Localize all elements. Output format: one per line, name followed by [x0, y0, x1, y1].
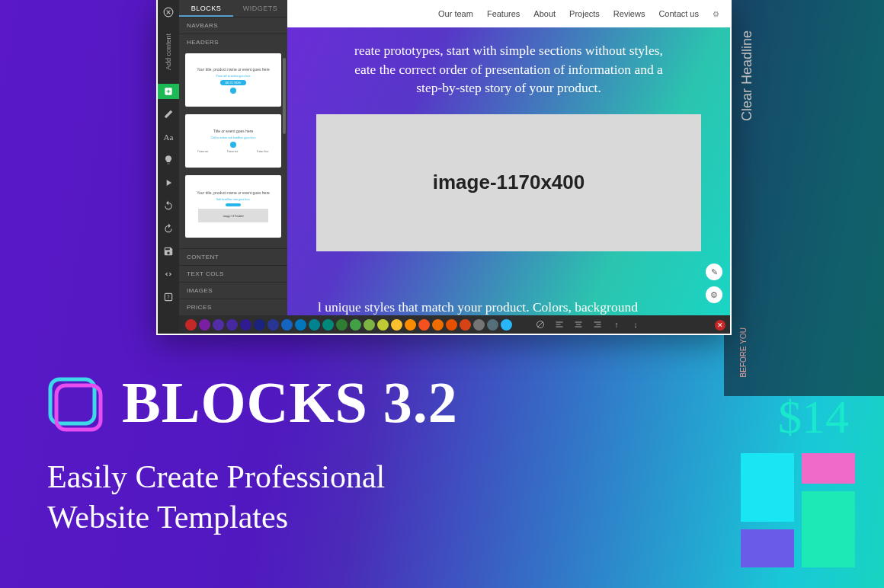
move-down-icon[interactable]: ↓ [629, 318, 642, 331]
swatch[interactable] [432, 319, 444, 331]
tile-purple [741, 529, 794, 567]
redo-icon[interactable] [161, 221, 176, 236]
product-title: BLOCKS 3.2 [122, 369, 458, 436]
block-thumb-2[interactable]: Title or event goes here Call to action … [185, 114, 281, 168]
logo-icon [44, 373, 107, 436]
hero-image-placeholder[interactable]: image-1170x400 [316, 114, 701, 251]
blocks-panel: BLOCKS WIDGETS NAVBARS HEADERS Your titl… [179, 0, 287, 317]
collage-text-2: BEFORE YOU [739, 328, 748, 377]
swatch[interactable] [350, 319, 361, 331]
swatch[interactable] [240, 319, 251, 331]
align-right-icon[interactable] [591, 318, 604, 331]
section-navbars[interactable]: NAVBARS [179, 17, 287, 34]
swatch[interactable] [267, 319, 279, 331]
swatch[interactable] [309, 319, 320, 331]
swatch[interactable] [254, 319, 265, 331]
canvas-preview: Our team Features About Projects Reviews… [287, 0, 730, 317]
tab-blocks[interactable]: BLOCKS [179, 0, 233, 17]
swatch[interactable] [226, 319, 238, 331]
thumb-sub: Sub headline info goes here [216, 197, 250, 201]
thumb-img: image-1170x400 [198, 209, 267, 222]
section-headers[interactable]: HEADERS [179, 34, 287, 50]
no-color-icon[interactable] [533, 318, 547, 331]
swatch[interactable] [364, 319, 375, 331]
nav-projects[interactable]: Projects [569, 9, 600, 18]
add-block-icon[interactable] [158, 84, 179, 99]
swatch[interactable] [473, 319, 485, 331]
swatch[interactable] [418, 319, 430, 331]
thumb-title: Title or event goes here [213, 129, 253, 133]
thumb-btn: DO IT NOW [220, 80, 245, 85]
swatch[interactable] [199, 319, 210, 331]
collage-text: Clear Headline [739, 30, 755, 121]
thumb-btn [226, 203, 241, 206]
close-icon[interactable] [161, 5, 176, 20]
section-edit-icon[interactable]: ✎ [706, 264, 722, 280]
editor-window: Add content Aa ? BLOCKS WIDGETS NAVBARS … [156, 0, 732, 335]
save-icon[interactable] [161, 244, 176, 259]
thumb-title: Your title, product name or event goes h… [197, 67, 270, 72]
swatch[interactable] [281, 319, 293, 331]
hero-line: eate the correct order of presentation o… [354, 62, 663, 77]
tile-teal [802, 491, 855, 567]
swatch[interactable] [295, 319, 306, 331]
color-swatch-row: ↑ ↓ [179, 315, 730, 334]
edit-icon[interactable] [161, 107, 176, 122]
tab-widgets[interactable]: WIDGETS [233, 0, 287, 17]
play-icon[interactable] [161, 175, 176, 190]
swatch[interactable] [501, 319, 512, 331]
nav-our-team[interactable]: Our team [438, 9, 473, 18]
undo-icon[interactable] [161, 198, 176, 213]
subtitle-line: Website Templates [47, 500, 288, 535]
hero-section[interactable]: reate prototypes, start with simple sect… [287, 27, 730, 317]
decorative-tiles [741, 453, 863, 575]
move-up-icon[interactable]: ↑ [610, 318, 623, 331]
thumb-sub: Your call to action goes here [216, 74, 251, 78]
swatch[interactable] [185, 319, 197, 331]
left-toolbar: Add content Aa ? [158, 0, 179, 334]
thumb-dot [230, 88, 236, 94]
swatch[interactable] [377, 319, 389, 331]
tile-pink [802, 453, 855, 484]
header-thumbs: Your title, product name or event goes h… [179, 50, 287, 248]
swatch[interactable] [460, 319, 471, 331]
add-content-label: Add content [165, 34, 172, 70]
thumb-sub: Call to action sub headline goes here [211, 136, 256, 139]
panel-tabs: BLOCKS WIDGETS [179, 0, 287, 17]
block-thumb-3[interactable]: Your title, product name or event goes h… [185, 175, 281, 238]
swatch[interactable] [487, 319, 498, 331]
section-textcols[interactable]: TEXT COLS [179, 265, 287, 282]
section-prices[interactable]: PRICES [179, 299, 287, 315]
thumb-dot [230, 142, 236, 148]
align-center-icon[interactable] [572, 318, 585, 331]
nav-about[interactable]: About [533, 9, 556, 18]
bulb-icon[interactable] [161, 152, 176, 168]
hero-copy: reate prototypes, start with simple sect… [316, 41, 701, 97]
font-icon[interactable]: Aa [161, 129, 176, 145]
section-images[interactable]: IMAGES [179, 282, 287, 299]
hero-line: reate prototypes, start with simple sect… [354, 43, 663, 58]
swatch[interactable] [322, 319, 334, 331]
scrollbar[interactable] [283, 58, 286, 134]
hero-line: step-by-step story of your product. [416, 80, 601, 95]
foot-copy: l unique styles that match your product.… [287, 299, 730, 315]
block-thumb-1[interactable]: Your title, product name or event goes h… [185, 53, 281, 107]
swatch[interactable] [446, 319, 457, 331]
swatch[interactable] [391, 319, 402, 331]
tile-cyan [741, 453, 794, 522]
code-icon[interactable] [161, 267, 176, 282]
price-label: $14 [778, 390, 849, 444]
delete-icon[interactable]: ✕ [715, 320, 725, 331]
align-left-icon[interactable] [552, 318, 566, 331]
thumb-title: Your title, product name or event goes h… [197, 190, 270, 195]
swatch[interactable] [405, 319, 416, 331]
help-icon[interactable]: ? [161, 289, 176, 305]
nav-contact[interactable]: Contact us [658, 9, 699, 18]
section-content[interactable]: CONTENT [179, 248, 287, 265]
swatch[interactable] [213, 319, 224, 331]
settings-icon[interactable]: ⚙ [713, 10, 719, 18]
nav-reviews[interactable]: Reviews [613, 9, 645, 18]
svg-line-5 [538, 322, 543, 328]
nav-features[interactable]: Features [487, 9, 520, 18]
swatch[interactable] [336, 319, 348, 331]
